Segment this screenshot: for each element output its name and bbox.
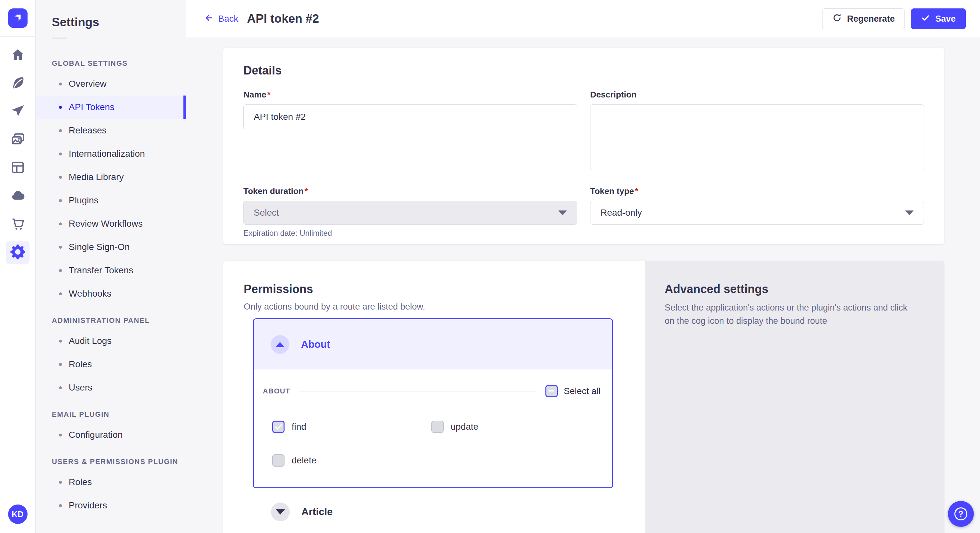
bullet-icon <box>59 176 62 179</box>
sidebar-item-email-configuration[interactable]: Configuration <box>36 423 186 447</box>
user-avatar[interactable]: KD <box>8 504 27 524</box>
sidebar-item-up-roles[interactable]: Roles <box>36 471 186 494</box>
permission-find[interactable]: find <box>272 420 431 433</box>
sidebar-item-media-library[interactable]: Media Library <box>36 165 186 189</box>
expand-toggle-button[interactable] <box>271 503 290 521</box>
update-checkbox[interactable] <box>431 420 444 433</box>
token-duration-select[interactable]: Select <box>243 201 577 225</box>
page-header: Back API token #2 Regenerate Save <box>186 0 980 38</box>
rail-item-settings[interactable] <box>6 241 30 264</box>
token-duration-value: Select <box>254 208 279 218</box>
check-icon <box>921 13 930 25</box>
description-textarea[interactable] <box>590 104 924 171</box>
sidebar-item-plugins[interactable]: Plugins <box>36 189 186 212</box>
gear-icon <box>10 244 25 261</box>
permissions-subtitle: Only actions bound by a route are listed… <box>244 302 645 312</box>
regenerate-label: Regenerate <box>847 14 895 24</box>
advanced-settings-panel: Advanced settings Select the application… <box>645 261 944 533</box>
rail-item-marketplace[interactable] <box>6 213 30 236</box>
sidebar-item-transfer-tokens[interactable]: Transfer Tokens <box>36 259 186 282</box>
strapi-settings-screen: KD Settings GLOBAL SETTINGS Overview API… <box>0 0 980 533</box>
sidebar-item-webhooks[interactable]: Webhooks <box>36 282 186 305</box>
article-accordion-label: Article <box>301 506 332 518</box>
content-scroll-area: Details Name* Description Token duration… <box>186 38 980 533</box>
required-asterisk: * <box>305 186 308 196</box>
required-asterisk: * <box>635 186 638 196</box>
select-all-label: Select all <box>563 386 600 397</box>
sidebar-item-releases[interactable]: Releases <box>36 119 186 142</box>
token-type-field-group: Token type* Read-only <box>590 186 924 225</box>
nav-section-administration-panel: ADMINISTRATION PANEL Audit Logs Roles Us… <box>36 316 186 399</box>
about-accordion-body: ABOUT Select all find <box>254 370 612 487</box>
about-section-label: ABOUT <box>263 387 290 395</box>
nav-section-label: GLOBAL SETTINGS <box>52 59 186 68</box>
rail-item-content-type-builder[interactable] <box>6 156 30 180</box>
permission-delete[interactable]: delete <box>272 454 431 466</box>
nav-section-label: EMAIL PLUGIN <box>52 410 186 419</box>
name-field-group: Name* <box>243 90 577 129</box>
chevron-down-icon <box>276 509 285 514</box>
strapi-logo-icon <box>12 12 23 24</box>
about-accordion-header[interactable]: About <box>254 319 612 370</box>
name-input[interactable] <box>243 104 577 129</box>
chevron-up-icon <box>275 342 285 347</box>
bullet-icon <box>59 269 62 272</box>
find-checkbox[interactable] <box>272 420 285 433</box>
bullet-icon <box>59 292 62 295</box>
advanced-settings-title: Advanced settings <box>665 282 910 296</box>
feather-icon <box>10 75 25 92</box>
refresh-icon <box>832 13 842 25</box>
token-type-label: Token type* <box>590 186 924 196</box>
bullet-icon <box>59 504 62 507</box>
sidebar-item-overview[interactable]: Overview <box>36 72 186 95</box>
chevron-down-icon <box>905 211 913 215</box>
sidebar-title-divider <box>52 38 67 38</box>
article-accordion-header[interactable]: Article <box>271 503 645 521</box>
rail-item-content-manager[interactable] <box>6 72 30 95</box>
bullet-icon <box>59 363 62 366</box>
collapse-toggle-button[interactable] <box>270 335 290 354</box>
regenerate-button[interactable]: Regenerate <box>822 8 905 29</box>
settings-sidebar: Settings GLOBAL SETTINGS Overview API To… <box>36 0 186 533</box>
back-button[interactable]: Back <box>204 13 238 25</box>
sidebar-item-up-providers[interactable]: Providers <box>36 494 186 517</box>
bullet-icon <box>59 481 62 484</box>
permission-update[interactable]: update <box>431 420 590 433</box>
rail-item-deploy[interactable] <box>6 185 30 208</box>
section-divider <box>299 391 537 392</box>
rail-item-home[interactable] <box>6 44 30 67</box>
sidebar-item-admin-roles[interactable]: Roles <box>36 353 186 376</box>
help-button[interactable]: ? <box>948 501 974 527</box>
bullet-icon <box>59 222 62 225</box>
rail-item-media-library[interactable] <box>6 128 30 152</box>
select-all-control[interactable]: Select all <box>546 385 600 397</box>
bullet-icon <box>59 82 62 86</box>
chevron-down-icon <box>558 211 567 215</box>
sidebar-item-api-tokens[interactable]: API Tokens <box>36 95 186 119</box>
bullet-icon <box>59 434 62 436</box>
description-label: Description <box>590 90 924 100</box>
permissions-title: Permissions <box>244 282 645 296</box>
sidebar-item-internationalization[interactable]: Internationalization <box>36 142 186 165</box>
sidebar-item-review-workflows[interactable]: Review Workflows <box>36 212 186 235</box>
sidebar-item-admin-users[interactable]: Users <box>36 376 186 399</box>
bullet-icon <box>59 246 62 249</box>
token-type-value: Read-only <box>600 208 642 218</box>
strapi-logo[interactable] <box>8 8 27 28</box>
images-icon <box>10 132 25 148</box>
nav-section-label: ADMINISTRATION PANEL <box>52 316 186 325</box>
about-accordion-label: About <box>301 339 330 351</box>
bullet-icon <box>59 386 62 389</box>
sidebar-item-audit-logs[interactable]: Audit Logs <box>36 329 186 353</box>
rail-item-releases[interactable] <box>6 100 30 124</box>
delete-checkbox[interactable] <box>272 454 285 466</box>
select-all-checkbox[interactable] <box>546 385 558 397</box>
save-button[interactable]: Save <box>911 8 966 29</box>
sidebar-item-single-sign-on[interactable]: Single Sign-On <box>36 235 186 259</box>
icon-rail: KD <box>0 0 36 533</box>
token-duration-field-group: Token duration* Select Expiration date: … <box>243 186 577 238</box>
token-type-select[interactable]: Read-only <box>590 201 924 225</box>
main-area: Back API token #2 Regenerate Save Detail… <box>186 0 980 533</box>
advanced-settings-description: Select the application's actions or the … <box>665 301 910 328</box>
nav-section-email-plugin: EMAIL PLUGIN Configuration <box>36 410 186 447</box>
